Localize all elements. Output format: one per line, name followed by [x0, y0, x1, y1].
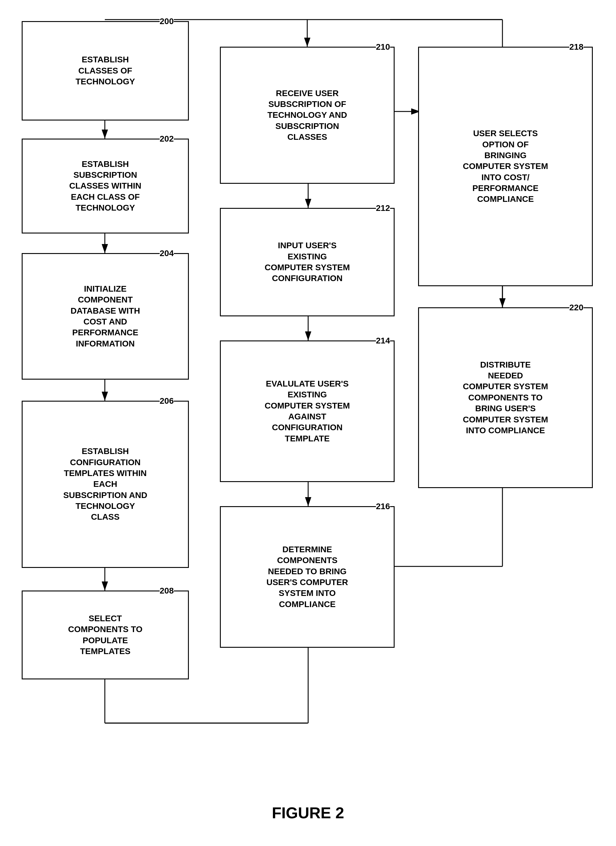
- box-214-text: EVALULATE USER'S EXISTING COMPUTER SYSTE…: [264, 378, 350, 444]
- box-206: ESTABLISH CONFIGURATION TEMPLATES WITHIN…: [22, 401, 189, 568]
- box-202-text: ESTABLISH SUBSCRIPTION CLASSES WITHIN EA…: [69, 159, 142, 214]
- box-220-text: DISTRIBUTE NEEDED COMPUTER SYSTEM COMPON…: [463, 360, 548, 436]
- box-216: DETERMINE COMPONENTS NEEDED TO BRING USE…: [220, 506, 395, 648]
- box-202: ESTABLISH SUBSCRIPTION CLASSES WITHIN EA…: [22, 139, 189, 234]
- label-202: 202: [160, 134, 174, 144]
- box-212: INPUT USER'S EXISTING COMPUTER SYSTEM CO…: [220, 208, 395, 316]
- box-200: ESTABLISH CLASSES OF TECHNOLOGY: [22, 21, 189, 120]
- box-210: RECEIVE USER SUBSCRIPTION OF TECHNOLOGY …: [220, 47, 395, 184]
- box-214: EVALULATE USER'S EXISTING COMPUTER SYSTE…: [220, 341, 395, 482]
- box-204: INITIALIZE COMPONENT DATABASE WITH COST …: [22, 253, 189, 380]
- label-206: 206: [160, 396, 174, 406]
- label-210: 210: [376, 42, 390, 52]
- box-208-text: SELECT COMPONENTS TO POPULATE TEMPLATES: [68, 613, 142, 657]
- box-218-text: USER SELECTS OPTION OF BRINGING COMPUTER…: [463, 128, 548, 205]
- box-208: SELECT COMPONENTS TO POPULATE TEMPLATES: [22, 590, 189, 679]
- figure-title: FIGURE 2: [0, 804, 616, 822]
- box-210-text: RECEIVE USER SUBSCRIPTION OF TECHNOLOGY …: [267, 88, 347, 143]
- box-204-text: INITIALIZE COMPONENT DATABASE WITH COST …: [70, 283, 140, 349]
- box-200-text: ESTABLISH CLASSES OF TECHNOLOGY: [76, 54, 135, 87]
- label-212: 212: [376, 203, 390, 213]
- diagram: ESTABLISH CLASSES OF TECHNOLOGY 200 ESTA…: [0, 0, 616, 846]
- label-220: 220: [569, 303, 584, 313]
- box-218: USER SELECTS OPTION OF BRINGING COMPUTER…: [418, 47, 593, 286]
- box-220: DISTRIBUTE NEEDED COMPUTER SYSTEM COMPON…: [418, 307, 593, 488]
- box-212-text: INPUT USER'S EXISTING COMPUTER SYSTEM CO…: [264, 240, 350, 284]
- label-218: 218: [569, 42, 584, 52]
- label-200: 200: [160, 16, 174, 26]
- box-206-text: ESTABLISH CONFIGURATION TEMPLATES WITHIN…: [63, 446, 147, 523]
- box-216-text: DETERMINE COMPONENTS NEEDED TO BRING USE…: [266, 544, 348, 610]
- label-208: 208: [160, 586, 174, 596]
- label-214: 214: [376, 336, 390, 345]
- label-204: 204: [160, 248, 174, 258]
- label-216: 216: [376, 502, 390, 511]
